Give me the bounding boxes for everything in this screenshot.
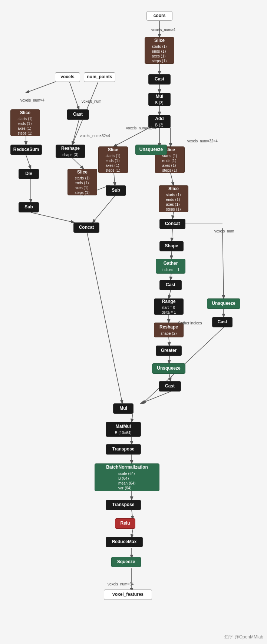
node-reducemax: ReduceMax — [106, 537, 143, 547]
node-mul2: Mul — [113, 403, 134, 414]
label-voxels-num-x4-top: voxels_num×4 — [151, 28, 175, 32]
node-concat1: Concat — [159, 219, 185, 229]
svg-line-34 — [132, 414, 133, 422]
node-cast3: Cast — [159, 280, 182, 290]
node-slice1: Slice starts ⟨1⟩ends ⟨1⟩axes ⟨1⟩steps ⟨1… — [145, 37, 174, 64]
svg-line-18 — [171, 173, 174, 185]
label-gather-indices: Gather indices _ — [178, 321, 205, 325]
node-sub1: Sub — [19, 202, 39, 212]
node-slice3: Slice starts ⟨1⟩ends ⟨1⟩axes ⟨1⟩steps ⟨1… — [67, 169, 97, 195]
svg-line-24 — [169, 290, 171, 298]
label-voxels-num-32x4-d: voxels_num×32×4 — [187, 139, 218, 143]
node-squeeze1: Squeeze — [111, 557, 141, 567]
svg-line-6 — [68, 77, 79, 109]
node-unsqueeze3: Unsqueeze — [207, 298, 240, 309]
svg-line-11 — [72, 158, 83, 169]
label-voxels-num-32x4-a: voxels_num×4 — [20, 98, 44, 102]
svg-line-9 — [72, 120, 79, 145]
node-coors: coors — [146, 11, 172, 21]
node-transpose1: Transpose — [106, 444, 141, 455]
node-div1: Div — [19, 169, 39, 179]
label-voxels-num-64: voxels_num×64 — [108, 582, 134, 586]
diagram-container: coors Slice starts ⟨1⟩ends ⟨1⟩axes ⟨1⟩st… — [0, 0, 267, 644]
node-slice2: Slice starts ⟨1⟩ends ⟨1⟩axes ⟨1⟩steps ⟨1… — [10, 109, 40, 136]
node-cast5: Cast — [212, 317, 233, 327]
watermark: 知乎 @OpenMMlab — [224, 634, 263, 640]
svg-line-28 — [169, 374, 171, 381]
svg-line-20 — [172, 212, 174, 219]
node-unsqueeze2: Unsqueeze — [152, 363, 185, 374]
svg-line-10 — [26, 155, 31, 169]
node-reducesum: ReduceSum — [10, 145, 42, 155]
label-voxels-num-32x4-b: voxels_num×32×4 — [80, 134, 110, 138]
node-cast1: Cast — [148, 74, 171, 85]
node-voxels: voxels — [55, 72, 80, 82]
node-relu1: Relu — [115, 518, 135, 529]
node-cast4: Cast — [159, 381, 181, 392]
label-voxels-num-right: voxels_num — [214, 229, 234, 233]
svg-line-19 — [93, 196, 115, 222]
node-sub2: Sub — [106, 185, 126, 196]
svg-line-27 — [169, 356, 169, 363]
node-greater1: Greater — [156, 346, 182, 356]
svg-line-26 — [169, 337, 169, 346]
node-slice6: Slice starts ⟨1⟩ends ⟨1⟩axes ⟨1⟩steps ⟨1… — [159, 185, 188, 212]
node-num-points: num_points — [84, 72, 115, 82]
node-voxel-features: voxel_features — [104, 589, 152, 600]
node-concat2: Concat — [73, 222, 99, 233]
node-shape1: Shape — [159, 241, 184, 251]
svg-line-15 — [114, 128, 148, 146]
svg-line-21 — [172, 229, 172, 241]
svg-line-39 — [132, 529, 133, 538]
node-matmul1: MatMul B ⟨10×64⟩ — [106, 422, 141, 437]
svg-line-14 — [31, 212, 74, 222]
node-reshape1: Reshape shape ⟨3⟩ — [56, 145, 85, 158]
svg-line-29 — [141, 392, 171, 403]
label-voxels-num-a: voxels_num — [82, 99, 101, 103]
svg-line-31 — [222, 228, 224, 298]
node-range1: Range start = 0delta = 1 — [154, 298, 184, 315]
node-gather1: Gather indices = 1 — [156, 259, 185, 274]
svg-line-38 — [132, 510, 133, 519]
svg-line-30 — [87, 233, 122, 403]
node-unsqueeze1: Unsqueeze — [135, 145, 167, 155]
node-batchnorm: BatchNormalization scale ⟨64⟩B ⟨64⟩mean … — [95, 463, 159, 491]
svg-line-22 — [171, 251, 172, 259]
label-voxels-num-32x4-c: voxels_num×32×4 — [126, 126, 156, 130]
node-cast2: Cast — [67, 109, 89, 120]
node-transpose2: Transpose — [106, 500, 141, 510]
node-mul1: Mul B ⟨3⟩ — [148, 93, 171, 106]
node-slice4: Slice starts ⟨1⟩ends ⟨1⟩axes ⟨1⟩steps ⟨1… — [98, 146, 128, 173]
svg-line-17 — [114, 173, 115, 185]
